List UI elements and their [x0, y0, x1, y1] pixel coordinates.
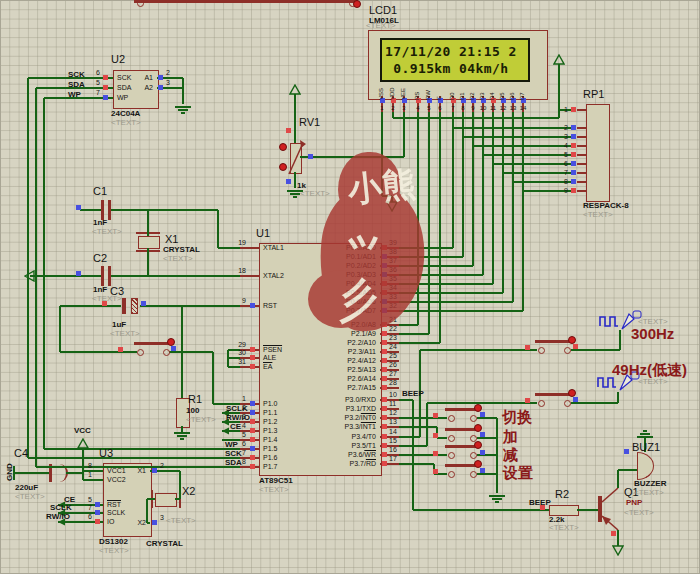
wire [462, 112, 464, 257]
wire [472, 112, 474, 266]
power-label-vcc: VCC [74, 427, 91, 435]
pin-number: 6 [556, 160, 568, 167]
button-300hz-pin [538, 347, 545, 354]
pin-name: P1.5 [263, 445, 277, 452]
button-switch-actuator[interactable] [474, 404, 482, 412]
pin-state-indicator [95, 502, 100, 507]
net-label-sclk: SCLK [50, 504, 72, 512]
wire [175, 498, 180, 500]
pin-name: D5 [499, 76, 507, 100]
button-reset-actuator[interactable] [353, 0, 361, 8]
wire [619, 330, 621, 350]
net-label-sda: SDA [225, 459, 242, 467]
pin-state-indicator [525, 345, 530, 350]
button-49hz-actuator[interactable] [568, 389, 576, 397]
pin-number: 11 [389, 400, 396, 407]
pin-stub [577, 136, 586, 138]
input-terminal-icon [24, 270, 36, 282]
ground-symbol [180, 438, 184, 440]
pin-state-indicator [624, 449, 629, 454]
wire [502, 112, 504, 293]
label-buz1: BUZ1 [632, 442, 660, 453]
pin-name: RS [414, 76, 422, 100]
pin-name: P1.0 [263, 400, 277, 407]
wire [399, 426, 437, 428]
ground-symbol [181, 112, 185, 114]
pin-number: 6 [90, 69, 100, 76]
pin-name: P3.3/INT1 [300, 423, 376, 430]
wire [399, 247, 453, 249]
pin-number: 37 [389, 257, 397, 264]
pin-number: 5 [90, 79, 100, 86]
wire [16, 472, 49, 474]
pin-name: IO [107, 518, 114, 525]
pin-state-indicator [382, 272, 387, 277]
label-x2-value: CRYSTAL [146, 540, 183, 548]
pin-name: P2.5/A13 [300, 366, 376, 373]
wire [571, 402, 618, 404]
pin-number: 5 [556, 151, 568, 158]
pin-number: 7 [82, 504, 92, 511]
text-placeholder: <TEXT> [624, 509, 654, 517]
wire [59, 306, 61, 352]
label-u3-part: DS1302 [99, 538, 128, 546]
wire [403, 112, 405, 157]
text-placeholder: <TEXT> [638, 378, 668, 386]
pin-stub [240, 247, 259, 249]
button-switch-pin [448, 415, 455, 422]
button-300hz-actuator[interactable] [568, 336, 576, 344]
button-reset-actuator[interactable] [167, 338, 175, 346]
pin-number: 8 [82, 462, 92, 469]
pin-number: 6 [434, 105, 446, 111]
pin-number: 2 [556, 124, 568, 131]
pin-name: P3.5/T1 [300, 442, 376, 449]
wire [399, 454, 447, 456]
pin-name: D0 [449, 76, 457, 100]
pin-name: D3 [479, 76, 487, 100]
ground-symbol [177, 435, 187, 437]
x1-crystal-body [138, 236, 160, 249]
pin-number: 19 [228, 239, 246, 246]
pin-state-indicator [382, 299, 387, 304]
wire [617, 392, 619, 403]
wire [617, 470, 619, 488]
pin-number: 39 [389, 239, 397, 246]
rv1-increase-knob[interactable] [279, 143, 287, 151]
button-reset[interactable] [132, 0, 362, 22]
wire [43, 98, 45, 449]
wire [147, 210, 149, 236]
text-placeholder: <TEXT> [549, 524, 579, 532]
pin-state-indicator [382, 376, 387, 381]
text-placeholder: <TEXT> [166, 517, 196, 525]
wire [181, 306, 183, 398]
pin-stub [577, 172, 586, 174]
pin-name: P0.1/AD1 [300, 253, 376, 260]
wire [179, 471, 181, 499]
pin-name: P3.2/INT0 [300, 414, 376, 421]
text-placeholder: <TEXT> [186, 416, 216, 424]
wire [147, 498, 155, 500]
pin-state-indicator [382, 367, 387, 372]
pin-name: SCLK [107, 509, 125, 516]
button-set-actuator[interactable] [474, 460, 482, 468]
pin-state-indicator [480, 450, 485, 455]
pin-state-indicator [250, 455, 255, 460]
rv1-decrease-knob[interactable] [279, 163, 287, 171]
pin-name: D4 [489, 76, 497, 100]
pin-number: 12 [389, 409, 397, 416]
power-terminal-icon [77, 438, 89, 450]
pin-state-indicator [571, 161, 576, 166]
pin-name: VEE [400, 76, 408, 100]
pin-name: D7 [519, 76, 527, 100]
pin-number: 34 [389, 284, 397, 291]
pin-state-indicator [171, 346, 176, 351]
button-add-actuator[interactable] [474, 424, 482, 432]
button-sub-actuator[interactable] [474, 441, 482, 449]
pin-state-indicator [141, 301, 146, 306]
wire [83, 479, 103, 481]
annotation-300hz: 300Hz [631, 326, 674, 341]
pin-number: 33 [389, 293, 397, 300]
pin-state-indicator [152, 520, 157, 525]
wire [381, 112, 383, 196]
label-q1-value: PNP [626, 499, 642, 507]
